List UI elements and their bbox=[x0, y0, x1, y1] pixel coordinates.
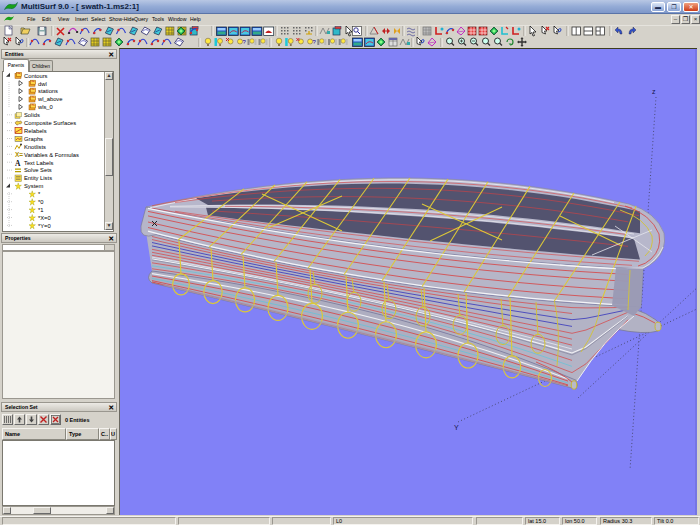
svg-text:Variables & Formulas: Variables & Formulas bbox=[24, 152, 79, 158]
svg-text:stations: stations bbox=[38, 88, 58, 94]
svg-text:*Y=0: *Y=0 bbox=[38, 223, 51, 229]
svg-text:A: A bbox=[15, 159, 21, 168]
svg-text:wl_above: wl_above bbox=[37, 96, 63, 102]
svg-text:*1: *1 bbox=[38, 207, 43, 213]
svg-text:Solids: Solids bbox=[24, 112, 40, 118]
svg-text:Composite Surfaces: Composite Surfaces bbox=[24, 120, 76, 126]
svg-text:Solve Sets: Solve Sets bbox=[24, 167, 52, 173]
svg-text:Text Labels: Text Labels bbox=[24, 160, 53, 166]
svg-text:*: * bbox=[38, 191, 41, 197]
svg-text:*0: *0 bbox=[38, 199, 43, 205]
svg-text:System: System bbox=[24, 183, 43, 189]
svg-text:Contours: Contours bbox=[24, 73, 48, 79]
svg-text:Entity Lists: Entity Lists bbox=[24, 175, 52, 181]
svg-text:Relabels: Relabels bbox=[24, 128, 47, 134]
svg-text:wls_0: wls_0 bbox=[37, 104, 53, 110]
svg-text:Graphs: Graphs bbox=[24, 136, 43, 142]
svg-text:Knotlists: Knotlists bbox=[24, 144, 46, 150]
svg-text:dwl: dwl bbox=[38, 81, 47, 87]
svg-text:X=: X= bbox=[15, 151, 23, 158]
svg-text:*X=0: *X=0 bbox=[38, 215, 51, 221]
